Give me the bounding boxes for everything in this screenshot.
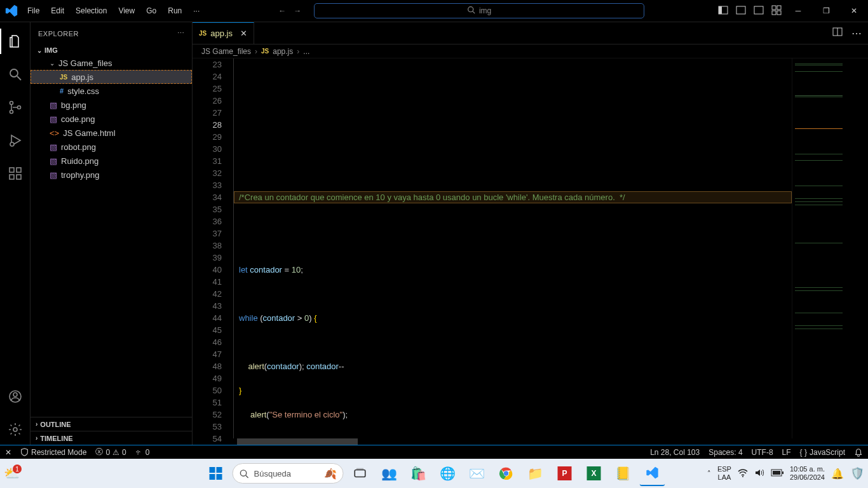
- activity-settings[interactable]: [0, 414, 31, 445]
- start-button[interactable]: [203, 461, 229, 486]
- status-notifications-icon[interactable]: [854, 448, 863, 457]
- file-row-js-game-html[interactable]: <> JS Game.html: [31, 126, 192, 140]
- activity-source-control[interactable]: [0, 92, 31, 123]
- tray-battery-icon[interactable]: [771, 469, 783, 478]
- folder-row[interactable]: JS Game_files: [31, 56, 192, 70]
- status-language-mode[interactable]: { } JavaScript: [800, 448, 845, 457]
- svg-point-14: [10, 102, 13, 105]
- menu-go[interactable]: Go: [141, 4, 161, 18]
- taskbar-chrome[interactable]: [494, 461, 519, 486]
- file-row-code-png[interactable]: ▧ code.png: [31, 112, 192, 126]
- tray-chevron-up-icon[interactable]: ˄: [707, 470, 711, 478]
- code-token: contador: [250, 265, 282, 274]
- menu-selection[interactable]: Selection: [71, 4, 112, 18]
- taskbar-app1[interactable]: P: [552, 461, 578, 486]
- nav-back-icon[interactable]: ←: [278, 6, 286, 15]
- vscode-logo-icon: [0, 4, 22, 18]
- split-editor-icon[interactable]: [832, 27, 843, 39]
- status-indentation[interactable]: Spaces: 4: [709, 448, 742, 457]
- horizontal-scrollbar[interactable]: [193, 438, 868, 445]
- line-number-gutter[interactable]: 2324252627282930313233343536373839404142…: [193, 58, 233, 438]
- scrollbar-thumb[interactable]: [237, 438, 358, 445]
- code-token: alert: [248, 362, 264, 371]
- svg-point-23: [13, 393, 17, 396]
- tray-clock[interactable]: 10:05 a. m. 29/06/2024: [790, 465, 825, 482]
- status-cursor-position[interactable]: Ln 28, Col 103: [650, 448, 700, 457]
- more-actions-icon[interactable]: ⋯: [851, 27, 862, 39]
- window-maximize-button[interactable]: ❐: [812, 0, 840, 22]
- window-minimize-button[interactable]: ─: [784, 0, 812, 22]
- breadcrumb-file[interactable]: app.js: [273, 47, 293, 56]
- file-row-style-css[interactable]: # style.css: [31, 84, 192, 98]
- search-icon: [467, 6, 475, 16]
- taskbar-mail[interactable]: ✉️: [465, 461, 490, 486]
- taskbar-search[interactable]: Búsqueda 🍂: [233, 463, 344, 484]
- layout-primary-sidebar-icon[interactable]: [718, 5, 728, 17]
- project-header[interactable]: IMG: [31, 44, 192, 56]
- task-view-button[interactable]: [348, 461, 373, 486]
- lang-line2: LAA: [718, 473, 731, 482]
- file-row-trophy-png[interactable]: ▧ trophy.png: [31, 168, 192, 182]
- status-encoding[interactable]: UTF-8: [752, 448, 773, 457]
- tray-language[interactable]: ESP LAA: [717, 465, 731, 482]
- warning-count: 0: [122, 448, 126, 457]
- code-token: contador: [263, 313, 295, 323]
- activity-account[interactable]: [0, 381, 31, 412]
- taskbar-edge[interactable]: 🌐: [435, 461, 461, 486]
- status-remote[interactable]: ✕: [5, 448, 11, 457]
- menu-edit[interactable]: Edit: [46, 4, 69, 18]
- taskbar-explorer[interactable]: 📁: [523, 461, 548, 486]
- window-close-button[interactable]: ✕: [840, 0, 868, 22]
- file-name: app.js: [71, 72, 93, 82]
- chevron-down-icon: [50, 60, 55, 67]
- sidebar-more-icon[interactable]: ⋯: [177, 29, 185, 37]
- status-problems[interactable]: ⓧ0 ⚠0: [95, 447, 126, 458]
- weather-badge: 1: [13, 464, 22, 473]
- code-editor[interactable]: 💡 /*Crea un contador que comience en 10 …: [233, 58, 792, 438]
- tab-close-icon[interactable]: ✕: [240, 29, 247, 38]
- taskbar-weather[interactable]: ⛅ 1: [4, 466, 20, 481]
- menu-file[interactable]: File: [22, 4, 44, 18]
- breadcrumb-symbol[interactable]: ...: [303, 47, 309, 56]
- file-row-robot-png[interactable]: ▧ robot.png: [31, 140, 192, 154]
- status-ports[interactable]: ᯤ0: [135, 448, 150, 457]
- editor-area: JS app.js ✕ ⋯ JS Game_files › JS app.js …: [193, 22, 868, 445]
- tray-volume-icon[interactable]: [754, 468, 764, 479]
- layout-secondary-sidebar-icon[interactable]: [754, 5, 764, 17]
- tab-app-js[interactable]: JS app.js ✕: [193, 22, 254, 44]
- timeline-section[interactable]: TIMELINE: [31, 431, 192, 445]
- status-eol[interactable]: LF: [782, 448, 791, 457]
- taskbar-notes[interactable]: 📒: [611, 461, 636, 486]
- nav-forward-icon[interactable]: →: [294, 6, 301, 15]
- code-token: contador: [306, 362, 339, 371]
- taskbar-store[interactable]: 🛍️: [406, 461, 431, 486]
- layout-customize-icon[interactable]: [771, 5, 782, 17]
- windows-taskbar: ⛅ 1 Búsqueda 🍂 👥 🛍️ 🌐 ✉️ 📁 P X 📒 ˄ ESP L…: [0, 459, 868, 488]
- minimap[interactable]: [792, 58, 868, 438]
- menu-overflow[interactable]: ···: [188, 4, 205, 18]
- taskbar-excel[interactable]: X: [581, 461, 607, 486]
- activity-run-debug[interactable]: [0, 125, 31, 156]
- tray-wifi-icon[interactable]: [738, 468, 748, 479]
- menu-view[interactable]: View: [113, 4, 140, 18]
- outline-section[interactable]: OUTLINE: [31, 417, 192, 431]
- tray-notifications-icon[interactable]: 🔔: [831, 468, 844, 480]
- code-token: );: [299, 362, 307, 371]
- sidebar-title: EXPLORER: [38, 30, 79, 37]
- tray-copilot-icon[interactable]: 🛡️: [850, 466, 864, 480]
- file-row-app-js[interactable]: JS app.js: [31, 70, 192, 84]
- breadcrumbs[interactable]: JS Game_files › JS app.js › ...: [193, 44, 868, 58]
- activity-extensions[interactable]: [0, 158, 31, 189]
- activity-search[interactable]: [0, 59, 31, 90]
- breadcrumb-folder[interactable]: JS Game_files: [201, 47, 251, 56]
- taskbar-vscode[interactable]: [640, 461, 665, 486]
- taskbar-teams[interactable]: 👥: [377, 461, 402, 486]
- file-row-ruido-png[interactable]: ▧ Ruido.png: [31, 154, 192, 168]
- layout-panel-icon[interactable]: [736, 5, 746, 17]
- status-restricted-mode[interactable]: Restricted Mode: [20, 448, 86, 457]
- menu-run[interactable]: Run: [163, 4, 187, 18]
- command-center-search[interactable]: img: [314, 3, 644, 18]
- file-row-bg-png[interactable]: ▧ bg.png: [31, 98, 192, 112]
- code-token: let: [239, 265, 248, 274]
- activity-explorer[interactable]: [0, 26, 31, 57]
